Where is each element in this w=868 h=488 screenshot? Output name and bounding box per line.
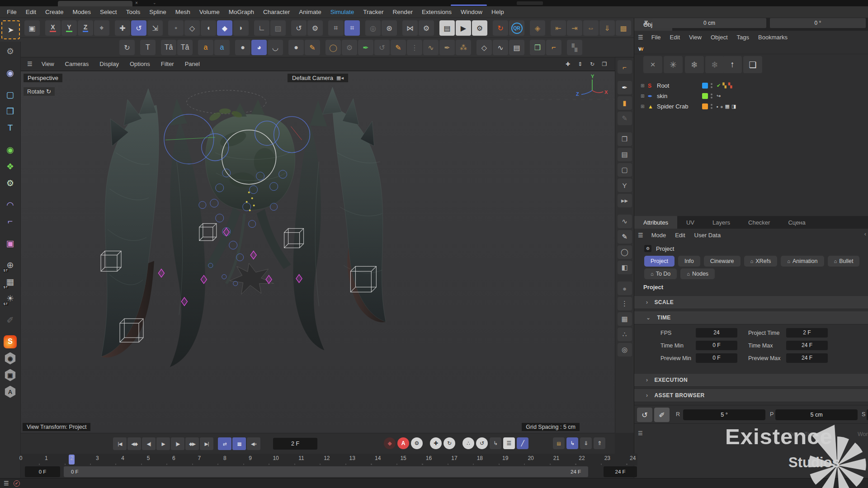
- bodypaint-undo-icon[interactable]: ↻: [493, 20, 508, 36]
- Volume[interactable]: Volume: [195, 6, 224, 18]
- User Data[interactable]: User Data: [690, 232, 726, 239]
- sphere-open-icon[interactable]: ◡: [268, 40, 283, 55]
- objects-menu-icon[interactable]: ☰: [634, 34, 647, 41]
- hex-eye-icon[interactable]: ◉: [2, 351, 19, 366]
- viewport-canvas[interactable]: Perspective Rotate ↻ Default Camera▦◂ Y …: [21, 71, 615, 433]
- tab-attributes[interactable]: Attributes: [634, 216, 677, 229]
- tab-layers[interactable]: Layers: [703, 216, 739, 229]
- goto-start-icon[interactable]: |◀: [113, 437, 127, 450]
- layer-color-swatch[interactable]: [702, 103, 708, 109]
- mode-polygons-icon[interactable]: ◖: [201, 20, 216, 36]
- anim-text-orange-icon[interactable]: a: [198, 40, 213, 55]
- simulation-settings-icon[interactable]: ⚙: [2, 175, 19, 191]
- split-y-icon[interactable]: Y: [618, 178, 632, 192]
- grid-small-icon[interactable]: ▦: [618, 312, 632, 326]
- folder-icon[interactable]: ❏: [743, 56, 762, 73]
- frame-selected-icon[interactable]: ⇤: [551, 20, 566, 36]
- text-kerning-a-icon[interactable]: Tâ: [161, 40, 176, 55]
- goto-end-icon[interactable]: ▶|: [200, 437, 213, 450]
- mode-volume-icon[interactable]: ◆: [217, 20, 232, 36]
- viewport-menu-icon[interactable]: ☰: [24, 61, 36, 67]
- project-time-field[interactable]: 2 F: [786, 328, 828, 338]
- objects-filter-row[interactable]: ∨∨: [634, 43, 868, 54]
- record-pla-icon[interactable]: ∴: [462, 437, 474, 449]
- workplane-object-icon[interactable]: ⌐: [2, 214, 19, 229]
- title-tab[interactable]: [58, 1, 132, 6]
- cube-primitive-icon[interactable]: ❒: [2, 103, 19, 119]
- solo-icon[interactable]: ✳: [664, 56, 683, 73]
- attr-btn-xrefs[interactable]: ⌂XRefs: [744, 256, 778, 267]
- current-frame-field[interactable]: 2 F: [273, 438, 317, 450]
- tab-uv[interactable]: UV: [677, 216, 703, 229]
- hex-asset-icon[interactable]: A: [2, 384, 19, 399]
- paint-pin-icon[interactable]: ✎: [305, 40, 320, 55]
- axis-modify-icon[interactable]: ∟: [254, 20, 269, 36]
- autokey-icon[interactable]: A: [397, 437, 409, 449]
- attributes-menu-icon[interactable]: ☰: [634, 232, 647, 239]
- layout-quad-icon[interactable]: ▚: [567, 40, 582, 55]
- bend-deformer-icon[interactable]: ◠: [2, 197, 19, 212]
- tag-icon[interactable]: ●: [720, 104, 723, 109]
- material-tool-icon[interactable]: ✐: [2, 312, 19, 328]
- hex-node-icon[interactable]: ▣: [2, 367, 19, 383]
- render-view-icon[interactable]: ▤: [439, 20, 455, 36]
- View[interactable]: View: [684, 34, 706, 41]
- tag-icon[interactable]: ▪: [717, 104, 718, 109]
- anim-layers-icon[interactable]: ☰: [503, 437, 515, 449]
- render-region-icon[interactable]: ▶: [456, 20, 471, 36]
- attr-btn-todo[interactable]: ⌂To Do: [644, 268, 677, 279]
- Cameras[interactable]: Cameras: [60, 61, 94, 67]
- track-wave-icon[interactable]: ∿: [493, 40, 508, 55]
- View[interactable]: View: [36, 61, 60, 67]
- mode-edges-icon[interactable]: ◇: [184, 20, 200, 36]
- tag-icon[interactable]: ✔: [717, 83, 721, 89]
- coord-system-icon[interactable]: ⌖: [94, 20, 109, 36]
- loop-mode-icon[interactable]: ⇄: [218, 437, 231, 450]
- viewport-cube-icon[interactable]: ❒: [530, 40, 545, 55]
- time-max-field[interactable]: 24 F: [786, 341, 828, 350]
- color-swatch-icon[interactable]: ▮: [618, 96, 632, 110]
- keyframe-bar-icon[interactable]: ▦: [232, 437, 246, 450]
- redo-loop-icon[interactable]: ↻: [119, 40, 135, 55]
- pivot-icon[interactable]: ◈: [530, 20, 545, 36]
- Edit[interactable]: Edit: [670, 232, 689, 239]
- falloff-icon[interactable]: ◎: [365, 20, 381, 36]
- lock-x-icon[interactable]: X: [45, 20, 61, 36]
- spline-smooth-icon[interactable]: ∿: [423, 40, 439, 55]
- load-animation-icon[interactable]: ⇓: [580, 437, 592, 449]
- clone-stamp-icon[interactable]: ◯: [326, 40, 341, 55]
- Tags[interactable]: Tags: [732, 34, 754, 41]
- object-row-spider-crab[interactable]: ⊞ ▲ Spider Crab ▪ ● ▦ ◨: [634, 101, 868, 112]
- Select[interactable]: Select: [95, 6, 122, 18]
- timeline-popout-icon[interactable]: ↳: [566, 437, 578, 449]
- substance-icon[interactable]: S: [2, 334, 19, 349]
- tweak-tool-icon[interactable]: ⚙: [2, 43, 19, 59]
- tag-icon[interactable]: ↪: [717, 93, 721, 99]
- tab-checker[interactable]: Checker: [739, 216, 779, 229]
- expander-icon[interactable]: ⊞: [641, 94, 648, 99]
- stage-light-icon[interactable]: ☀ST: [2, 291, 19, 306]
- save-animation-icon[interactable]: ⇑: [594, 437, 605, 449]
- pin-project-icon[interactable]: ✒: [439, 40, 455, 55]
- keyframe-settings-icon[interactable]: ⚙: [411, 437, 423, 449]
- coordinates-menu-icon[interactable]: ☰: [638, 430, 643, 436]
- ring-small-icon[interactable]: ◎: [618, 343, 632, 357]
- make-editable-icon[interactable]: ▣: [24, 20, 40, 36]
- record-keyframe-icon[interactable]: ◆: [384, 437, 396, 449]
- falloff-settings-icon[interactable]: ⊛: [382, 20, 397, 36]
- section-execution[interactable]: ›EXECUTION: [634, 373, 868, 387]
- lock-z-icon[interactable]: Z: [78, 20, 93, 36]
- pen-tool-icon[interactable]: ✎: [618, 230, 632, 244]
- Simulate[interactable]: Simulate: [326, 6, 359, 18]
- tag-icon[interactable]: ▦: [725, 103, 730, 109]
- mode-uv-icon[interactable]: ◗: [233, 20, 249, 36]
- next-frame-icon[interactable]: |▶: [171, 437, 184, 450]
- Tracker[interactable]: Tracker: [359, 6, 388, 18]
- spline-primitive-icon[interactable]: ▢: [2, 87, 19, 102]
- Render[interactable]: Render: [388, 6, 417, 18]
- prev-frame-icon[interactable]: ◀|: [142, 437, 156, 450]
- workplane-icon[interactable]: ▨: [270, 20, 286, 36]
- frame-default-icon[interactable]: ⇔: [583, 20, 599, 36]
- undo-settings-icon[interactable]: ⚙: [307, 20, 323, 36]
- MoGraph[interactable]: MoGraph: [224, 6, 259, 18]
